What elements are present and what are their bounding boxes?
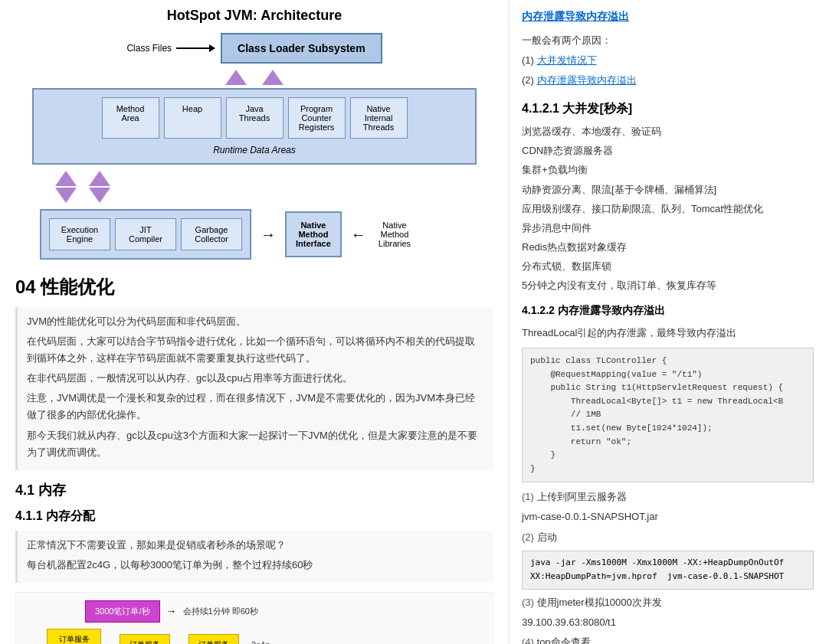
runtime-box-program-counter: ProgramCounterRegisters	[288, 97, 346, 139]
flow-spacer: 3000笔订单/秒	[85, 600, 160, 623]
memory-text-1: 正常情况下不需要设置，那如果是促销或者秒杀的场景呢？	[27, 537, 484, 554]
flow-sub-box-3: 订单服务	[188, 634, 239, 644]
runtime-boxes: MethodArea Heap JavaThreads ProgramCount…	[41, 97, 467, 139]
item-421-6: Redis热点数据对象缓存	[522, 239, 814, 256]
step-3-content: 39.100.39.63:8080/t1	[522, 614, 814, 631]
exec-box-jit: JITCompiler	[115, 218, 176, 250]
runtime-box-method: MethodArea	[102, 97, 159, 139]
runtime-box-native-threads: NativeInternalThreads	[350, 97, 408, 139]
up-arrows	[32, 70, 477, 85]
bi-arrow-up-down-1	[55, 171, 77, 203]
right-reason-2-link[interactable]: 内存泄露导致内存溢出	[537, 74, 637, 86]
arrow-down-2	[89, 188, 110, 203]
arrow-right-exec: →	[261, 226, 276, 244]
text-para-5: 那今天我们就从内存、gc以及cpu这3个方面和大家一起探讨一下JVM的优化，但是…	[27, 427, 484, 461]
text-para-4: 注意，JVM调优是一个漫长和复杂的过程，而在很多情况下，JVM是不需要优化的，因…	[27, 390, 484, 423]
flow-diagram: 3000笔订单/秒 → 会持续1分钟 即60秒 订单服务1000笔/秒 订单服务…	[15, 592, 493, 644]
jvm-diagram: HotSpot JVM: Architecture Class Files Cl…	[15, 8, 493, 260]
class-loader-box: Class Loader Subsystem	[221, 33, 382, 64]
exec-box-engine: ExecutionEngine	[49, 218, 110, 250]
step-3-label: 使用jmeter模拟10000次并发	[537, 597, 662, 608]
section-422-heading: 4.1.2.2 内存泄露导致内存溢出	[522, 302, 814, 320]
memory-text-2: 每台机器配置2c4G，以每秒3000笔订单为例，整个过程持续60秒	[27, 557, 484, 574]
step-1-label: 上传到阿里云服务器	[537, 491, 627, 502]
arrow-up-2	[89, 171, 110, 186]
native-method-box: NativeMethodInterface	[285, 211, 342, 257]
section-421-heading: 4.1.2.1 大并发[秒杀]	[522, 98, 814, 119]
step-4-label: top命令查看	[537, 636, 591, 644]
step-2-label: 启动	[537, 531, 557, 543]
text-para-3: 在非代码层面，一般情况可以从内存、gc以及cpu占用率等方面进行优化。	[27, 370, 484, 387]
flow-sub-label: 2c4g	[251, 640, 270, 644]
runtime-container: MethodArea Heap JavaThreads ProgramCount…	[32, 88, 477, 165]
bi-arrow-up-down-2	[89, 171, 110, 203]
up-arrow-1	[225, 70, 247, 85]
flow-sub-row: 订单服务1000笔/秒 订单服务 订单服务 2c4g	[24, 629, 485, 644]
text-block-intro: JVM的性能优化可以分为代码层面和非代码层面。 在代码层面，大家可以结合字节码指…	[15, 307, 493, 470]
item-421-7: 分布式锁、数据库锁	[522, 258, 814, 275]
item-421-1: CDN静态资源服务器	[522, 142, 814, 159]
item-421-2: 集群+负载均衡	[522, 162, 814, 178]
items-421-list: 浏览器缓存、本地缓存、验证码 CDN静态资源服务器 集群+负载均衡 动静资源分离…	[522, 123, 814, 294]
arrow-down-1	[55, 188, 77, 203]
step-3: (3) 使用jmeter模拟10000次并发	[522, 594, 814, 611]
text-para-2: 在代码层面，大家可以结合字节码指令进行优化，比如一个循环语句，可以将循环内不相关…	[27, 333, 484, 367]
step-2: (2) 启动	[522, 529, 814, 546]
step-2-content: java -jar -Xms1000M -Xmx1000M -XX:+HeapD…	[522, 551, 814, 590]
step-3-num: (3)	[522, 597, 534, 608]
jvm-title: HotSpot JVM: Architecture	[15, 8, 493, 24]
item-421-0: 浏览器缓存、本地缓存、验证码	[522, 123, 814, 140]
flow-arrow-1: →	[166, 605, 177, 617]
class-files-label: Class Files	[126, 43, 172, 54]
right-panel: 内存泄露导致内存溢出 一般会有两个原因： (1) 大并发情况下 (2) 内存泄露…	[510, 0, 826, 644]
step-4-num: (4)	[522, 636, 534, 644]
flow-label-60s: 会持续1分钟 即60秒	[183, 606, 258, 617]
right-reason-2: (2) 内存泄露导致内存溢出	[522, 72, 814, 89]
bi-arrow-row	[32, 168, 477, 206]
right-intro: 一般会有两个原因：	[522, 32, 814, 49]
flow-sub-box-1: 订单服务1000笔/秒	[47, 629, 101, 644]
section-04-heading: 04 性能优化	[15, 275, 493, 299]
item-421-5: 异步消息中间件	[522, 220, 814, 237]
right-top-title: 内存泄露导致内存溢出	[522, 8, 814, 26]
code-block-tl: public class TLController { @RequestMapp…	[522, 348, 814, 482]
item-421-8: 5分钟之内没有支付，取消订单、恢复库存等	[522, 277, 814, 294]
arrow-left-native: ←	[351, 226, 366, 244]
flow-top-row: 3000笔订单/秒 → 会持续1分钟 即60秒	[24, 600, 485, 623]
step-4: (4) top命令查看	[522, 634, 814, 644]
section-41-heading: 4.1 内存	[15, 481, 493, 499]
runtime-box-java-threads: JavaThreads	[226, 97, 284, 139]
diagram-container: Class Files Class Loader Subsystem Metho…	[32, 33, 477, 260]
section-411-heading: 4.1.1 内存分配	[15, 508, 493, 525]
arrow-up-1	[55, 171, 77, 186]
step-1-content: jvm-case-0.0.1-SNAPSHOT.jar	[522, 508, 814, 525]
runtime-label: Runtime Data Areas	[41, 145, 467, 155]
right-reason-1-label: (1)	[522, 54, 537, 66]
native-libs-label: NativeMethodLibraries	[379, 221, 411, 248]
right-reason-2-label: (2)	[522, 74, 537, 86]
text-para-1: JVM的性能优化可以分为代码层面和非代码层面。	[27, 313, 484, 330]
flow-sub-box-2: 订单服务	[120, 634, 170, 644]
item-421-4: 应用级别缓存、接口防刷限流、队列、Tomcat性能优化	[522, 201, 814, 217]
right-reason-1: (1) 大并发情况下	[522, 52, 814, 69]
leak-desc: ThreadLocal引起的内存泄露，最终导致内存溢出	[522, 325, 814, 342]
runtime-box-heap: Heap	[164, 97, 221, 139]
class-loader-row: Class Files Class Loader Subsystem	[32, 33, 477, 64]
right-reason-1-link[interactable]: 大并发情况下	[537, 54, 597, 66]
memory-text-block: 正常情况下不需要设置，那如果是促销或者秒杀的场景呢？ 每台机器配置2c4G，以每…	[15, 531, 493, 583]
exec-box-gc: GarbageCollector	[181, 218, 242, 250]
step-2-num: (2)	[522, 531, 534, 543]
flow-main-box: 3000笔订单/秒	[85, 600, 160, 623]
step-1: (1) 上传到阿里云服务器	[522, 489, 814, 505]
step-1-num: (1)	[522, 491, 534, 502]
left-panel: HotSpot JVM: Architecture Class Files Cl…	[0, 0, 510, 644]
execution-row: ExecutionEngine JITCompiler GarbageColle…	[32, 209, 477, 260]
up-arrow-2	[262, 70, 284, 85]
exec-container: ExecutionEngine JITCompiler GarbageColle…	[40, 209, 251, 260]
item-421-3: 动静资源分离、限流[基于令牌桶、漏桶算法]	[522, 181, 814, 198]
